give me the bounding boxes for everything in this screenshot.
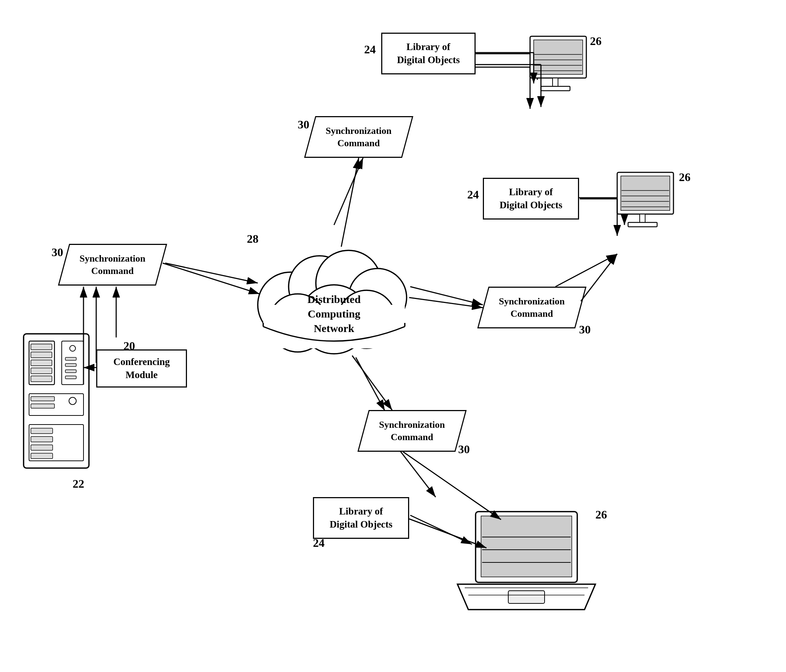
ref-26-top: 26 — [590, 35, 602, 48]
ref-24-bot: 24 — [313, 536, 325, 550]
laptop-bottom — [454, 508, 606, 618]
svg-rect-64 — [31, 436, 53, 442]
diagram: Library ofDigital Objects 24 26 Synchron… — [0, 0, 786, 672]
ref-26-bot: 26 — [596, 508, 607, 521]
ref-30-bot: 30 — [458, 443, 470, 456]
svg-rect-56 — [65, 370, 76, 373]
conferencing-module-box: ConferencingModule — [96, 349, 187, 388]
svg-rect-65 — [31, 445, 53, 450]
svg-rect-55 — [65, 364, 76, 366]
svg-text:Computing: Computing — [308, 308, 360, 320]
ref-22: 22 — [72, 477, 84, 491]
svg-point-61 — [69, 397, 76, 405]
ref-28: 28 — [247, 232, 258, 246]
sync-left-box: SynchronizationCommand — [58, 244, 167, 286]
library-mid-box: Library ofDigital Objects — [483, 178, 579, 220]
svg-rect-50 — [31, 368, 52, 374]
monitor-mid — [610, 171, 682, 252]
svg-rect-59 — [31, 397, 55, 401]
svg-rect-20 — [553, 78, 558, 87]
monitor-top — [523, 35, 596, 116]
svg-rect-19 — [534, 40, 583, 74]
library-top-box: Library ofDigital Objects — [381, 33, 476, 74]
svg-rect-27 — [621, 176, 670, 210]
library-bottom-box: Library ofDigital Objects — [313, 497, 409, 539]
svg-rect-48 — [31, 352, 52, 358]
ref-26-mid: 26 — [679, 171, 690, 184]
ref-20: 20 — [123, 339, 135, 353]
svg-line-14 — [399, 450, 435, 497]
svg-rect-29 — [628, 223, 657, 227]
svg-rect-63 — [31, 428, 53, 433]
ref-24-mid: 24 — [467, 188, 479, 201]
svg-rect-54 — [65, 357, 76, 360]
ref-24-top: 24 — [364, 43, 376, 56]
sync-bottom-box: SynchronizationCommand — [358, 410, 467, 452]
sync-right-box: SynchronizationCommand — [478, 287, 587, 328]
svg-text:Distributed: Distributed — [308, 293, 361, 305]
svg-rect-28 — [640, 214, 645, 223]
sync-top-box: SynchronizationCommand — [304, 116, 413, 158]
svg-text:Network: Network — [314, 322, 354, 334]
svg-rect-72 — [508, 591, 545, 603]
svg-point-53 — [70, 345, 75, 351]
svg-rect-51 — [31, 376, 52, 382]
svg-rect-68 — [481, 516, 572, 577]
svg-line-80 — [581, 254, 617, 301]
ref-30-left: 30 — [52, 246, 63, 259]
svg-rect-57 — [65, 376, 76, 379]
svg-rect-49 — [31, 360, 52, 366]
svg-rect-60 — [31, 404, 55, 408]
svg-line-10 — [555, 254, 617, 287]
ref-30-right: 30 — [579, 323, 591, 336]
ref-30-top: 30 — [298, 118, 309, 131]
svg-rect-21 — [541, 86, 570, 91]
svg-rect-66 — [31, 453, 53, 458]
svg-rect-47 — [31, 344, 52, 350]
